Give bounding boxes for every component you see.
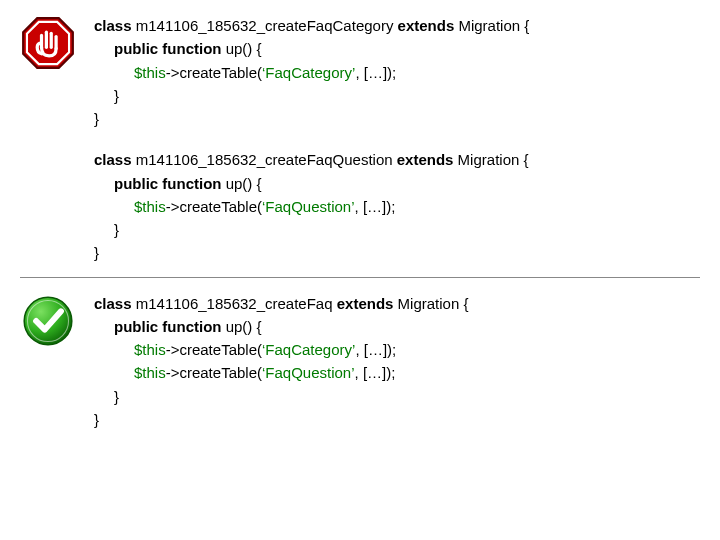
method-call: ->createTable( [166, 198, 262, 215]
method-call: ->createTable( [166, 64, 262, 81]
function-decl-line: public function up() { [94, 37, 700, 60]
stmt-end: , […]); [355, 198, 396, 215]
class-decl-line: class m141106_185632_createFaqCategory e… [94, 14, 700, 37]
string-literal: ‘FaqCategory’ [262, 341, 355, 358]
keyword-extends: extends [397, 151, 454, 168]
method-call: ->createTable( [166, 341, 262, 358]
statement-line: $this->createTable(‘FaqCategory’, […]); [94, 338, 700, 361]
function-name: up() { [221, 318, 261, 335]
stop-icon [21, 16, 75, 70]
this-ref: $this [134, 341, 166, 358]
close-brace: } [94, 385, 700, 408]
close-brace: } [94, 241, 700, 264]
good-example-section: class m141106_185632_createFaq extends M… [20, 288, 700, 436]
function-name: up() { [221, 40, 261, 57]
function-decl-line: public function up() { [94, 315, 700, 338]
string-literal: ‘FaqQuestion’ [262, 198, 355, 215]
code-block: class m141106_185632_createFaqCategory e… [94, 14, 700, 130]
class-parent: Migration { [454, 17, 529, 34]
check-icon [21, 294, 75, 348]
svg-point-2 [24, 297, 72, 345]
class-name: m141106_185632_createFaq [132, 295, 337, 312]
keyword-extends: extends [337, 295, 394, 312]
code-block: class m141106_185632_createFaqQuestion e… [94, 148, 700, 264]
function-decl-line: public function up() { [94, 172, 700, 195]
class-decl-line: class m141106_185632_createFaq extends M… [94, 292, 700, 315]
close-brace: } [94, 84, 700, 107]
close-brace: } [94, 107, 700, 130]
keyword-public-function: public function [114, 318, 221, 335]
class-name: m141106_185632_createFaqQuestion [132, 151, 397, 168]
this-ref: $this [134, 198, 166, 215]
class-parent: Migration { [393, 295, 468, 312]
code-block: class m141106_185632_createFaq extends M… [94, 292, 700, 432]
function-name: up() { [221, 175, 261, 192]
class-decl-line: class m141106_185632_createFaqQuestion e… [94, 148, 700, 171]
close-brace: } [94, 408, 700, 431]
stmt-end: , […]); [355, 64, 396, 81]
statement-line: $this->createTable(‘FaqCategory’, […]); [94, 61, 700, 84]
statement-line: $this->createTable(‘FaqQuestion’, […]); [94, 195, 700, 218]
close-brace: } [94, 218, 700, 241]
bad-example-section: class m141106_185632_createFaqCategory e… [20, 10, 700, 269]
keyword-class: class [94, 295, 132, 312]
class-parent: Migration { [453, 151, 528, 168]
keyword-extends: extends [398, 17, 455, 34]
keyword-class: class [94, 17, 132, 34]
method-call: ->createTable( [166, 364, 262, 381]
string-literal: ‘FaqQuestion’ [262, 364, 355, 381]
keyword-public-function: public function [114, 40, 221, 57]
keyword-class: class [94, 151, 132, 168]
stmt-end: , […]); [355, 341, 396, 358]
good-code-column: class m141106_185632_createFaq extends M… [94, 292, 700, 432]
this-ref: $this [134, 64, 166, 81]
string-literal: ‘FaqCategory’ [262, 64, 355, 81]
icon-column [20, 292, 76, 348]
keyword-public-function: public function [114, 175, 221, 192]
section-divider [20, 277, 700, 278]
this-ref: $this [134, 364, 166, 381]
class-name: m141106_185632_createFaqCategory [132, 17, 398, 34]
bad-code-column: class m141106_185632_createFaqCategory e… [94, 14, 700, 265]
stmt-end: , […]); [355, 364, 396, 381]
statement-line: $this->createTable(‘FaqQuestion’, […]); [94, 361, 700, 384]
icon-column [20, 14, 76, 70]
